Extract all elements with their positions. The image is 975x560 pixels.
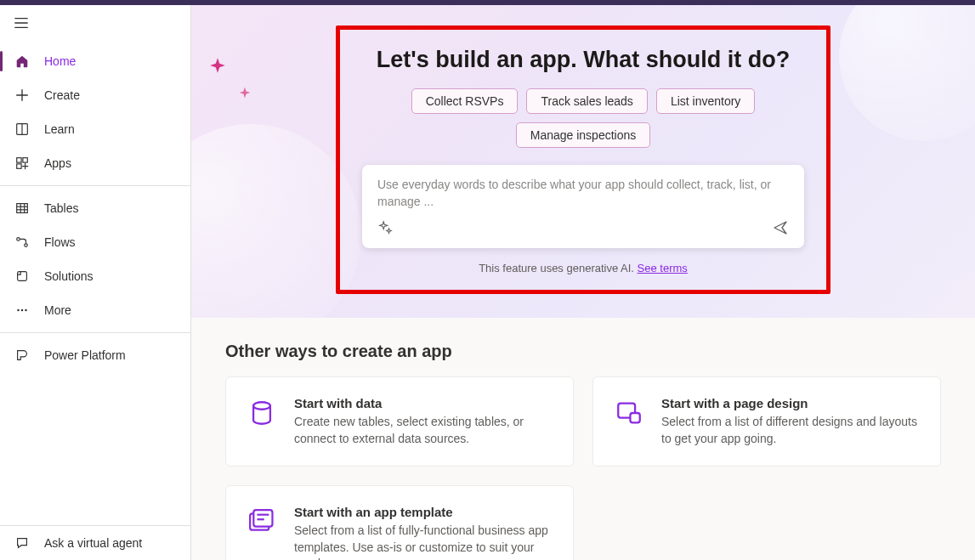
sidebar-item-label: Solutions (44, 269, 94, 283)
svg-rect-5 (17, 204, 28, 213)
other-ways-section: Other ways to create an app Start with d… (191, 318, 975, 560)
sidebar-item-label: Power Platform (44, 348, 126, 362)
highlighted-region: Let's build an app. What should it do? C… (336, 25, 830, 294)
svg-point-13 (17, 309, 20, 312)
divider (0, 332, 190, 333)
sidebar-item-learn[interactable]: Learn (0, 112, 190, 146)
ai-disclaimer: This feature uses generative AI. See ter… (362, 262, 804, 274)
sidebar-item-label: Flows (44, 235, 76, 249)
sidebar-item-create[interactable]: Create (0, 78, 190, 112)
sidebar-item-label: Home (44, 54, 76, 68)
sparkle-icon (238, 86, 252, 103)
prompt-placeholder: Use everyday words to describe what your… (377, 177, 789, 212)
main-content: Let's build an app. What should it do? C… (191, 5, 975, 560)
sparkle-icon (208, 56, 227, 78)
sidebar-item-power-platform[interactable]: Power Platform (0, 338, 190, 372)
apps-icon (14, 155, 31, 172)
send-button[interactable] (772, 219, 789, 240)
suggestion-chips: Collect RSVPs Track sales leads List inv… (362, 88, 804, 148)
sidebar-item-label: Learn (44, 122, 75, 136)
prompt-input-box[interactable]: Use everyday words to describe what your… (362, 165, 804, 248)
sidebar-item-home[interactable]: Home (0, 44, 190, 78)
svg-point-11 (25, 244, 28, 247)
sidebar: Home Create Learn Apps Tables (0, 5, 191, 560)
card-title: Start with data (294, 396, 554, 410)
svg-rect-20 (253, 510, 272, 526)
svg-rect-2 (17, 158, 21, 162)
template-icon (245, 505, 279, 539)
hero-title: Let's build an app. What should it do? (362, 47, 804, 73)
sidebar-item-more[interactable]: More (0, 293, 190, 327)
hero-section: Let's build an app. What should it do? C… (191, 5, 975, 318)
home-icon (14, 53, 31, 70)
card-title: Start with a page design (661, 396, 921, 410)
other-ways-heading: Other ways to create an app (225, 342, 941, 361)
hamburger-icon (14, 15, 29, 31)
svg-rect-4 (17, 164, 21, 168)
hamburger-menu[interactable] (0, 5, 41, 44)
svg-point-16 (253, 402, 270, 410)
card-start-with-template[interactable]: Start with an app template Select from a… (225, 485, 574, 560)
book-icon (14, 121, 31, 138)
layout-icon (612, 396, 646, 430)
flow-icon (14, 234, 31, 251)
sidebar-item-label: Create (44, 88, 80, 102)
sidebar-item-label: Apps (44, 156, 71, 170)
more-icon (14, 302, 31, 319)
database-icon (245, 396, 279, 430)
sidebar-item-apps[interactable]: Apps (0, 146, 190, 180)
table-icon (14, 200, 31, 217)
card-start-with-page-design[interactable]: Start with a page design Select from a l… (592, 376, 941, 467)
svg-point-15 (25, 309, 27, 312)
chip-manage-inspections[interactable]: Manage inspections (516, 122, 651, 148)
svg-rect-3 (23, 158, 27, 162)
sidebar-item-label: Tables (44, 201, 78, 215)
sidebar-footer-label: Ask a virtual agent (44, 536, 142, 550)
chat-icon (14, 535, 31, 552)
card-start-with-data[interactable]: Start with data Create new tables, selec… (225, 376, 574, 467)
svg-point-14 (21, 309, 24, 312)
power-platform-icon (14, 347, 31, 364)
sidebar-item-label: More (44, 303, 71, 317)
chip-collect-rsvps[interactable]: Collect RSVPs (411, 88, 519, 114)
chip-list-inventory[interactable]: List inventory (656, 88, 755, 114)
ask-virtual-agent[interactable]: Ask a virtual agent (0, 526, 190, 560)
ai-sparkle-icon[interactable] (377, 220, 393, 239)
card-desc: Select from a list of different designs … (661, 414, 921, 447)
solutions-icon (14, 268, 31, 285)
plus-icon (14, 87, 31, 104)
sidebar-item-tables[interactable]: Tables (0, 191, 190, 225)
chip-track-sales-leads[interactable]: Track sales leads (526, 88, 647, 114)
divider (0, 185, 190, 186)
svg-rect-12 (18, 272, 27, 281)
card-title: Start with an app template (294, 505, 554, 519)
sidebar-item-solutions[interactable]: Solutions (0, 259, 190, 293)
card-desc: Select from a list of fully-functional b… (294, 523, 554, 560)
sidebar-item-flows[interactable]: Flows (0, 225, 190, 259)
see-terms-link[interactable]: See terms (638, 262, 688, 274)
svg-rect-18 (630, 413, 639, 422)
card-desc: Create new tables, select existing table… (294, 414, 554, 447)
svg-point-10 (17, 238, 20, 241)
